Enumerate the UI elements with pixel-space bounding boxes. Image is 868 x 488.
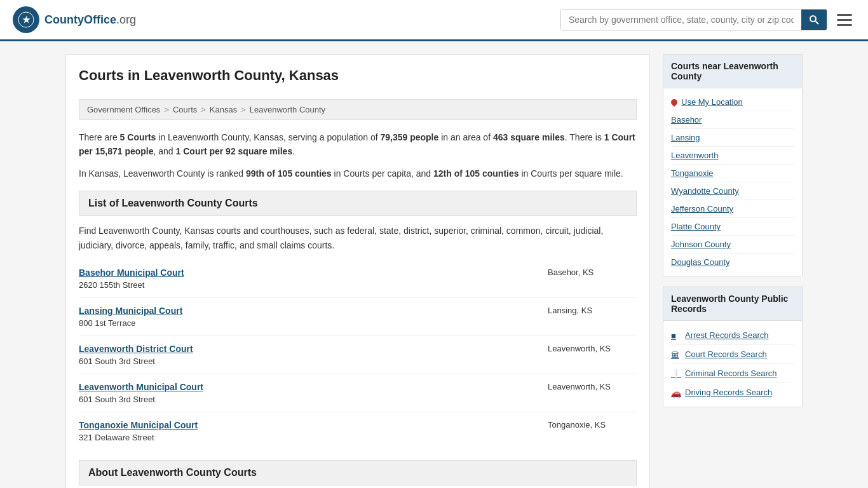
records-icon: ❕ (671, 369, 680, 378)
nearby-link[interactable]: Tonganoxie (671, 165, 794, 182)
svg-text:★: ★ (22, 15, 31, 25)
court-item: Leavenworth Municipal Court 601 South 3r… (79, 374, 637, 412)
nearby-courts-box: Courts near Leavenworth County Use My Lo… (663, 54, 803, 276)
population: 79,359 people (380, 132, 438, 142)
nearby-link[interactable]: Basehor (671, 111, 794, 129)
logo-icon: ★ (13, 6, 39, 33)
nearby-links-list: BasehorLansingLeavenworthTonganoxieWyand… (671, 111, 794, 271)
records-link[interactable]: ❕Criminal Records Search (671, 364, 794, 383)
court-location: Lansing, KS (548, 306, 637, 315)
records-link[interactable]: 🚗Driving Records Search (671, 383, 794, 402)
use-location-label: Use My Location (681, 97, 743, 107)
rank-2: 12th of 105 counties (433, 168, 519, 179)
svg-point-2 (810, 16, 816, 22)
public-records-content: ■Arrest Records Search🏛Court Records Sea… (663, 321, 802, 407)
records-icon: 🏛 (671, 350, 680, 359)
records-label: Court Records Search (685, 349, 767, 359)
menu-line-1 (837, 14, 852, 16)
court-name[interactable]: Basehor Municipal Court (79, 268, 184, 278)
court-location: Leavenworth, KS (548, 344, 637, 353)
breadcrumb-item-kansas[interactable]: Kansas (210, 105, 237, 114)
records-link[interactable]: 🏛Court Records Search (671, 345, 794, 364)
records-label: Criminal Records Search (685, 369, 777, 378)
court-item: Leavenworth District Court 601 South 3rd… (79, 336, 637, 374)
nearby-link[interactable]: Platte County (671, 218, 794, 236)
courts-count: 5 Courts (120, 132, 156, 142)
breadcrumb-item-gov[interactable]: Government Offices (87, 105, 160, 114)
main-container: Courts in Leavenworth County, Kansas Gov… (53, 41, 815, 488)
list-section-header: List of Leavenworth County Courts (79, 191, 637, 216)
header-right (560, 9, 855, 30)
menu-line-2 (837, 19, 852, 21)
per-area: 1 Court per 92 square miles (176, 146, 293, 156)
nearby-link[interactable]: Johnson County (671, 236, 794, 254)
svg-line-3 (816, 22, 819, 25)
court-name[interactable]: Leavenworth District Court (79, 344, 193, 354)
court-location: Leavenworth, KS (548, 382, 637, 391)
court-info: Leavenworth District Court 601 South 3rd… (79, 344, 193, 366)
menu-button[interactable] (834, 11, 855, 29)
court-name[interactable]: Lansing Municipal Court (79, 306, 182, 316)
court-item: Basehor Municipal Court 2620 155th Stree… (79, 260, 637, 298)
records-label: Driving Records Search (685, 388, 772, 397)
breadcrumb-item-leavenworth[interactable]: Leavenworth County (250, 105, 325, 114)
records-icon: ■ (671, 331, 680, 340)
court-item: Lansing Municipal Court 800 1st Terrace … (79, 298, 637, 336)
nearby-link[interactable]: Wyandotte County (671, 182, 794, 200)
court-info: Basehor Municipal Court 2620 155th Stree… (79, 268, 184, 290)
search-button[interactable] (801, 10, 827, 30)
court-address: 2620 155th Street (79, 280, 184, 290)
nearby-link[interactable]: Jefferson County (671, 200, 794, 218)
search-input[interactable] (561, 10, 801, 30)
nearby-link[interactable]: Lansing (671, 129, 794, 147)
breadcrumb-sep-3: > (241, 105, 246, 114)
court-info: Tonganoxie Municipal Court 321 Delaware … (79, 420, 198, 442)
court-location: Tonganoxie, KS (548, 420, 637, 430)
courts-list: Basehor Municipal Court 2620 155th Stree… (79, 260, 637, 450)
court-name[interactable]: Tonganoxie Municipal Court (79, 420, 198, 430)
page-title: Courts in Leavenworth County, Kansas (79, 67, 637, 90)
description-para-1: There are 5 Courts in Leavenworth County… (79, 130, 637, 159)
main-content: Courts in Leavenworth County, Kansas Gov… (65, 54, 650, 488)
list-sub-description: Find Leavenworth County, Kansas courts a… (79, 224, 637, 252)
about-section-header: About Leavenworth County Courts (79, 460, 637, 485)
nearby-link[interactable]: Douglas County (671, 254, 794, 271)
breadcrumb-sep-2: > (201, 105, 206, 114)
breadcrumb-sep-1: > (164, 105, 169, 114)
records-link[interactable]: ■Arrest Records Search (671, 326, 794, 345)
nearby-link[interactable]: Leavenworth (671, 147, 794, 165)
court-row: Leavenworth Municipal Court 601 South 3r… (79, 382, 637, 404)
court-address: 321 Delaware Street (79, 433, 198, 442)
menu-line-3 (837, 24, 852, 26)
court-address: 601 South 3rd Street (79, 356, 193, 366)
description-para-2: In Kansas, Leavenworth County is ranked … (79, 166, 637, 180)
court-info: Lansing Municipal Court 800 1st Terrace (79, 306, 182, 328)
records-icon: 🚗 (671, 388, 680, 397)
use-location-link[interactable]: Use My Location (671, 93, 794, 111)
court-row: Lansing Municipal Court 800 1st Terrace … (79, 306, 637, 328)
records-label: Arrest Records Search (685, 330, 769, 340)
area: 463 square miles (493, 132, 565, 142)
court-row: Basehor Municipal Court 2620 155th Stree… (79, 268, 637, 290)
breadcrumb: Government Offices > Courts > Kansas > L… (79, 99, 637, 120)
nearby-courts-content: Use My Location BasehorLansingLeavenwort… (663, 88, 802, 276)
search-box (560, 9, 827, 30)
logo[interactable]: ★ CountyOffice.org (13, 6, 136, 33)
rank-1: 99th of 105 counties (246, 168, 332, 179)
logo-text: CountyOffice.org (44, 13, 136, 27)
court-address: 601 South 3rd Street (79, 395, 203, 404)
court-info: Leavenworth Municipal Court 601 South 3r… (79, 382, 203, 404)
location-dot-icon (670, 97, 679, 106)
breadcrumb-item-courts[interactable]: Courts (173, 105, 197, 114)
nearby-courts-header: Courts near Leavenworth County (663, 55, 802, 88)
sidebar: Courts near Leavenworth County Use My Lo… (663, 54, 803, 488)
public-records-box: Leavenworth County Public Records ■Arres… (663, 287, 803, 407)
court-name[interactable]: Leavenworth Municipal Court (79, 382, 203, 392)
court-item: Tonganoxie Municipal Court 321 Delaware … (79, 412, 637, 450)
court-row: Tonganoxie Municipal Court 321 Delaware … (79, 420, 637, 442)
site-header: ★ CountyOffice.org (0, 0, 868, 41)
public-records-header: Leavenworth County Public Records (663, 287, 802, 321)
court-location: Basehor, KS (548, 268, 637, 277)
court-address: 800 1st Terrace (79, 318, 182, 328)
court-row: Leavenworth District Court 601 South 3rd… (79, 344, 637, 366)
